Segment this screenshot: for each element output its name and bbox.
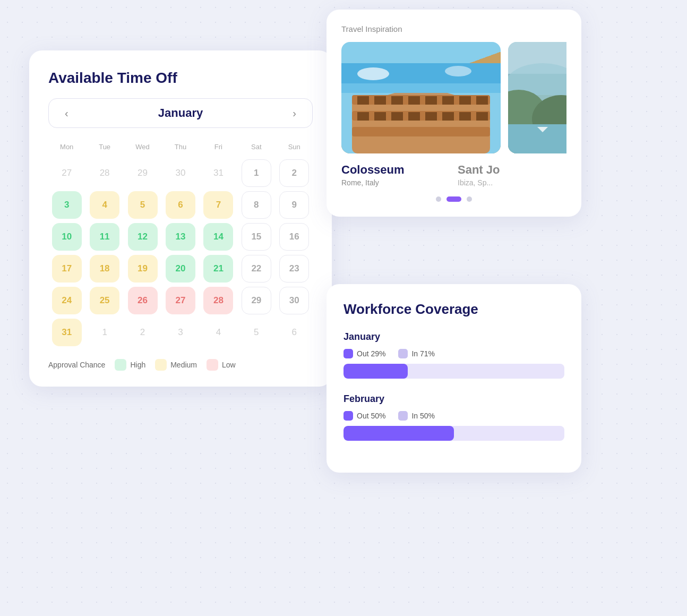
- svg-rect-16: [391, 112, 403, 121]
- january-label: January: [344, 331, 564, 343]
- january-out-label: Out 29%: [357, 349, 385, 358]
- prev-month-button[interactable]: ‹: [61, 107, 73, 119]
- place-santjoan-location: Ibiza, Sp...: [458, 178, 566, 187]
- place-santjoan-name: Sant Jo: [458, 163, 566, 177]
- cal-day-9[interactable]: 5: [128, 191, 158, 219]
- february-bar-track: [344, 426, 564, 441]
- cal-header-tue: Tue: [86, 140, 123, 156]
- carousel-dots: [341, 196, 566, 202]
- calendar-grid: MonTueWedThuFriSatSun2728293031123456789…: [48, 140, 313, 347]
- cal-header-mon: Mon: [48, 140, 85, 156]
- svg-rect-9: [408, 96, 420, 105]
- cal-day-20[interactable]: 16: [279, 223, 309, 251]
- cal-day-1: 28: [90, 159, 119, 187]
- february-out-label: Out 50%: [357, 412, 385, 420]
- cal-day-31[interactable]: 27: [166, 287, 195, 314]
- cal-day-34[interactable]: 30: [279, 287, 309, 314]
- cal-header-sun: Sun: [276, 140, 313, 156]
- place-santjoan: Sant Jo Ibiza, Sp...: [458, 163, 566, 187]
- february-out-dot: [344, 411, 353, 421]
- timeoff-card: Available Time Off ‹ January › MonTueWed…: [29, 50, 332, 387]
- cal-day-15[interactable]: 11: [90, 223, 119, 251]
- cal-day-5[interactable]: 1: [242, 159, 271, 187]
- svg-rect-5: [352, 127, 490, 136]
- cal-day-12[interactable]: 8: [242, 191, 271, 219]
- cal-header-thu: Thu: [162, 140, 199, 156]
- february-in-dot: [398, 411, 408, 421]
- january-out-dot: [344, 349, 353, 358]
- january-out: Out 29%: [344, 349, 385, 358]
- cal-day-16[interactable]: 12: [128, 223, 158, 251]
- colosseum-svg: [341, 63, 501, 153]
- svg-point-24: [357, 67, 389, 80]
- cal-day-6[interactable]: 2: [279, 159, 309, 187]
- january-in: In 71%: [398, 349, 435, 358]
- cal-day-26[interactable]: 22: [242, 255, 271, 283]
- place-colosseum: Colosseum Rome, Italy: [341, 163, 450, 187]
- cal-day-11[interactable]: 7: [203, 191, 233, 219]
- cal-header-wed: Wed: [124, 140, 161, 156]
- travel-images: [341, 42, 566, 153]
- cal-day-40: 5: [242, 319, 271, 346]
- february-out: Out 50%: [344, 411, 385, 421]
- svg-rect-11: [442, 96, 454, 105]
- travel-info: Colosseum Rome, Italy Sant Jo Ibiza, Sp.…: [341, 163, 566, 187]
- cal-day-17[interactable]: 13: [166, 223, 195, 251]
- january-bar-fill: [344, 364, 408, 379]
- svg-rect-17: [408, 112, 420, 121]
- cal-day-18[interactable]: 14: [203, 223, 233, 251]
- cal-day-29[interactable]: 25: [90, 287, 119, 314]
- svg-rect-21: [476, 112, 488, 121]
- santjoan-svg: [508, 42, 566, 153]
- dot-1[interactable]: [436, 196, 441, 202]
- approval-legend: Approval Chance High Medium Low: [48, 359, 313, 371]
- dot-2[interactable]: [446, 196, 461, 202]
- cal-day-24[interactable]: 20: [166, 255, 195, 283]
- month-label: January: [158, 106, 203, 120]
- workforce-january: January Out 29% In 71%: [344, 331, 564, 379]
- svg-rect-14: [357, 112, 369, 121]
- cal-day-41: 6: [279, 319, 309, 346]
- legend-medium: Medium: [155, 359, 197, 371]
- cal-day-36: 1: [90, 319, 119, 346]
- cal-header-fri: Fri: [200, 140, 237, 156]
- svg-rect-18: [425, 112, 437, 121]
- low-dot: [207, 359, 218, 371]
- dot-3[interactable]: [467, 196, 472, 202]
- cal-day-19[interactable]: 15: [242, 223, 271, 251]
- cal-day-8[interactable]: 4: [90, 191, 119, 219]
- cal-day-27[interactable]: 23: [279, 255, 309, 283]
- cal-day-22[interactable]: 18: [90, 255, 119, 283]
- cal-day-37: 2: [128, 319, 158, 346]
- cal-day-21[interactable]: 17: [52, 255, 82, 283]
- svg-rect-13: [476, 96, 488, 105]
- february-legend: Out 50% In 50%: [344, 411, 564, 421]
- cal-day-30[interactable]: 26: [128, 287, 158, 314]
- svg-rect-7: [374, 96, 386, 105]
- svg-rect-12: [459, 96, 471, 105]
- cal-day-28[interactable]: 24: [52, 287, 82, 314]
- february-label: February: [344, 393, 564, 405]
- cal-day-23[interactable]: 19: [128, 255, 158, 283]
- january-legend: Out 29% In 71%: [344, 349, 564, 358]
- santjoan-image: [508, 42, 566, 153]
- cal-day-14[interactable]: 10: [52, 223, 82, 251]
- medium-dot: [155, 359, 167, 371]
- cal-day-2: 29: [128, 159, 158, 187]
- cal-header-sat: Sat: [238, 140, 274, 156]
- place-colosseum-name: Colosseum: [341, 163, 450, 177]
- february-bar-fill: [344, 426, 454, 441]
- cal-day-10[interactable]: 6: [166, 191, 195, 219]
- cal-day-7[interactable]: 3: [52, 191, 82, 219]
- place-colosseum-location: Rome, Italy: [341, 178, 450, 187]
- next-month-button[interactable]: ›: [288, 107, 300, 119]
- cal-day-13[interactable]: 9: [279, 191, 309, 219]
- cal-day-32[interactable]: 28: [203, 287, 233, 314]
- cal-day-35[interactable]: 31: [52, 319, 82, 346]
- travel-section-title: Travel Inspiration: [341, 24, 566, 33]
- cal-day-25[interactable]: 21: [203, 255, 233, 283]
- cal-day-33[interactable]: 29: [242, 287, 271, 314]
- february-in-label: In 50%: [411, 412, 435, 420]
- svg-rect-32: [508, 124, 566, 153]
- january-bar-track: [344, 364, 564, 379]
